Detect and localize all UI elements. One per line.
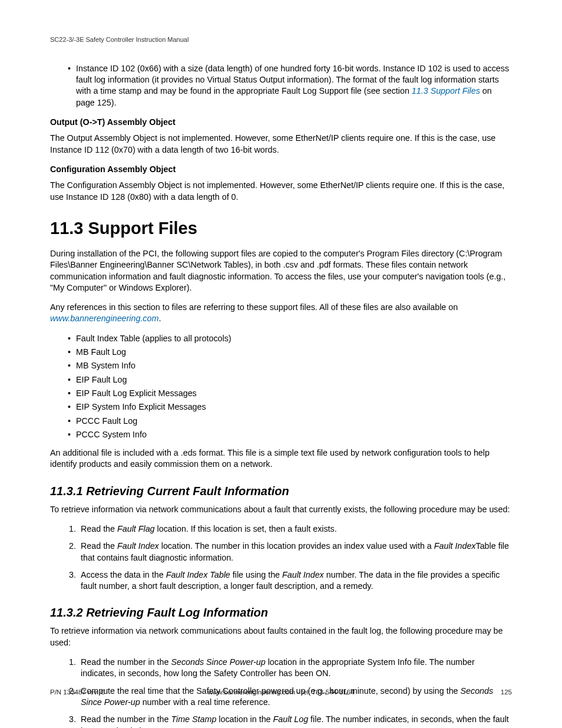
step-item: Read the Fault Index location. The numbe… <box>78 541 512 564</box>
doc-header: SC22-3/-3E Safety Controller Instruction… <box>50 35 512 44</box>
italic-term: Fault Index Table <box>166 570 230 579</box>
page-footer: P/N 133487 rev. C www.bannerengineering.… <box>50 688 512 697</box>
file-item: EIP System Info Explicit Messages <box>68 401 512 413</box>
italic-term: Seconds Since Power-up <box>171 657 265 667</box>
step-item: Read the number in the Time Stamp locati… <box>78 714 512 728</box>
file-item: PCCC Fault Log <box>68 416 512 427</box>
subsection-1-title: 11.3.1 Retrieving Current Fault Informat… <box>50 483 512 499</box>
section-para-2: Any references in this section to files … <box>50 302 512 325</box>
italic-term: Fault Log <box>273 714 309 724</box>
italic-term: Fault Index <box>282 570 324 579</box>
section-para-2-pre: Any references in this section to files … <box>50 302 458 312</box>
file-item: EIP Fault Log <box>68 374 512 386</box>
subsection-1-intro: To retrieve information via network comm… <box>50 504 512 515</box>
intro-bullet: Instance ID 102 (0x66) with a size (data… <box>68 63 512 108</box>
config-heading: Configuration Assembly Object <box>50 164 512 175</box>
italic-term: Time Stamp <box>171 714 216 724</box>
file-item: EIP Fault Log Explicit Messages <box>68 388 512 399</box>
support-files-link[interactable]: 11.3 Support Files <box>412 86 480 95</box>
files-list: Fault Index Table (applies to all protoc… <box>50 333 512 440</box>
output-paragraph: The Output Assembly Object is not implem… <box>50 133 512 156</box>
file-item: Fault Index Table (applies to all protoc… <box>68 333 512 344</box>
file-item: MB System Info <box>68 360 512 371</box>
output-heading: Output (O->T) Assembly Object <box>50 117 512 128</box>
eds-paragraph: An additional file is included with a .e… <box>50 447 512 470</box>
config-paragraph: The Configuration Assembly Object is not… <box>50 180 512 203</box>
footer-center: www.bannerengineering.com - tel: 763-544… <box>50 688 512 697</box>
section-para-2-post: . <box>158 314 161 323</box>
subsection-2-title: 11.3.2 Retrieving Fault Log Information <box>50 605 512 621</box>
file-item: MB Fault Log <box>68 347 512 358</box>
step-item: Read the Fault Flag location. If this lo… <box>78 523 512 535</box>
section-title: 11.3 Support Files <box>50 217 512 240</box>
step-item: Read the number in the Seconds Since Pow… <box>78 657 512 680</box>
step-item: Access the data in the Fault Index Table… <box>78 569 512 592</box>
file-item: PCCC System Info <box>68 429 512 440</box>
banner-link[interactable]: www.bannerengineering.com <box>50 314 158 323</box>
subsection-1-steps: Read the Fault Flag location. If this lo… <box>50 523 512 592</box>
italic-term: Fault Index <box>434 541 476 551</box>
italic-term: Fault Flag <box>117 524 155 533</box>
subsection-2-intro: To retrieve information via network comm… <box>50 625 512 648</box>
section-para-1: During installation of the PCI, the foll… <box>50 248 512 294</box>
italic-term: Fault Index <box>117 541 159 551</box>
